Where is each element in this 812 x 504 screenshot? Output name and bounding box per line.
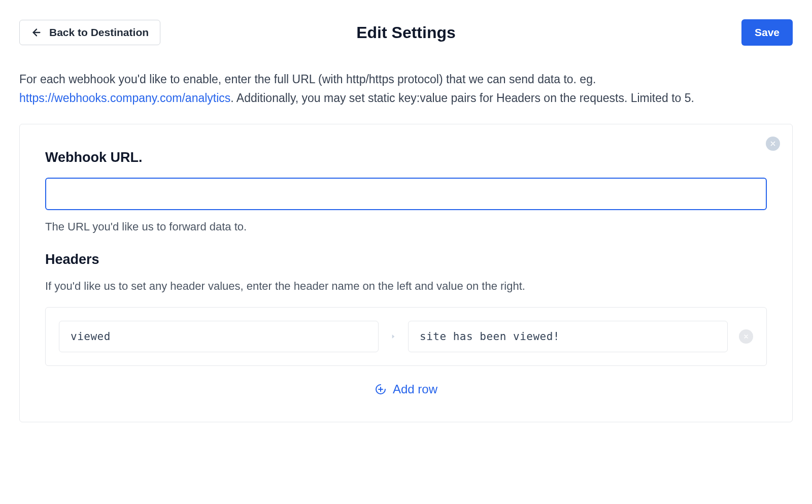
headers-description: If you'd like us to set any header value… xyxy=(45,280,767,293)
webhook-url-title: Webhook URL. xyxy=(45,150,767,165)
arrow-right-icon xyxy=(390,333,397,340)
back-button[interactable]: Back to Destination xyxy=(19,20,160,45)
add-row-icon xyxy=(375,383,387,395)
description-post: . Additionally, you may set static key:v… xyxy=(230,91,694,105)
row-delete-button[interactable] xyxy=(739,329,753,344)
webhook-url-input[interactable] xyxy=(45,178,767,210)
example-url-link[interactable]: https://webhooks.company.com/analytics xyxy=(19,91,230,105)
description-text: For each webhook you'd like to enable, e… xyxy=(19,70,793,108)
header-value-input[interactable] xyxy=(408,321,728,352)
close-icon xyxy=(769,140,776,147)
page-title: Edit Settings xyxy=(356,23,456,42)
save-button[interactable]: Save xyxy=(741,19,793,46)
description-pre: For each webhook you'd like to enable, e… xyxy=(19,73,596,86)
top-bar: Back to Destination Edit Settings Save xyxy=(19,19,793,46)
card-close-button[interactable] xyxy=(766,137,780,151)
arrow-left-icon xyxy=(31,27,42,38)
add-row-button[interactable]: Add row xyxy=(45,382,767,396)
header-row xyxy=(45,307,767,366)
close-icon xyxy=(743,333,749,340)
webhook-url-help: The URL you'd like us to forward data to… xyxy=(45,220,767,233)
webhook-card: Webhook URL. The URL you'd like us to fo… xyxy=(19,124,793,422)
header-key-input[interactable] xyxy=(59,321,379,352)
headers-title: Headers xyxy=(45,252,767,267)
add-row-label: Add row xyxy=(393,382,437,396)
back-button-label: Back to Destination xyxy=(49,26,149,39)
